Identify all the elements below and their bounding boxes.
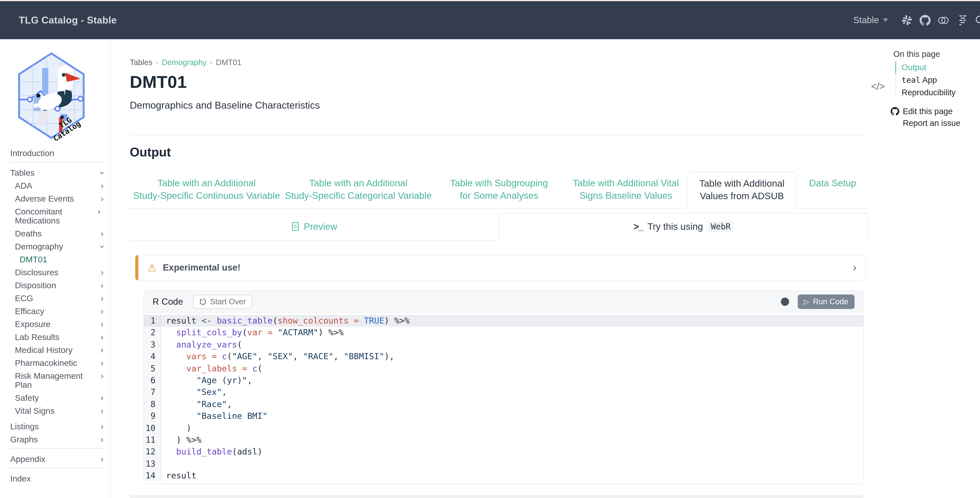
sidebar-item-medical-history[interactable]: Medical History› [0,346,110,355]
breadcrumb-tables[interactable]: Tables [130,58,153,67]
code-row: 14result [144,470,863,482]
tab-label-line: Data Setup [797,177,868,189]
sidebar-item-risk-management-plan[interactable]: Risk Management Plan› [0,372,110,390]
chevron-right-icon: › [100,268,104,277]
tab-preview-label: Preview [304,221,337,232]
toc-link-report-an-issue[interactable]: Report an issue [891,117,980,129]
sidebar-item-introduction[interactable]: Introduction [0,149,110,158]
search-icon[interactable] [975,15,980,26]
source-code-toggle-icon[interactable]: </> [871,80,885,92]
tab-table-with-additional-vital-signs-baseline-values[interactable]: Table with Additional VitalSigns Baselin… [565,172,687,208]
experimental-callout[interactable]: ⚠ Experimental use! › [135,255,866,280]
sidebar-item-lab-results[interactable]: Lab Results› [0,333,110,342]
warning-icon: ⚠ [147,262,157,274]
chevron-down-icon: › [98,245,107,248]
sidebar-item-concomitant-medications[interactable]: Concomitant Medications› [0,207,107,226]
code-row: 3 analyze_vars( [144,339,863,351]
chevron-right-icon: › [100,359,104,368]
toc-item-teal-app[interactable]: teal App [895,74,980,86]
sidebar-item-label: ECG [15,294,33,303]
r-code-title: R Code [153,296,183,307]
preview-webr-tabbar: Preview >_ Try this using WebR [130,213,868,240]
sidebar-item-index[interactable]: Index [0,474,110,484]
changelog-icon[interactable] [956,15,967,26]
sidebar-nav: IntroductionTables›ADA›Adverse Events›Co… [0,149,110,484]
line-number: 8 [144,398,161,410]
toc-item-reproducibility[interactable]: Reproducibility [895,86,980,99]
line-number: 9 [144,410,161,422]
sidebar-item-label: Disposition [15,281,56,290]
chevron-right-icon: › [97,207,101,216]
next-section-edge [130,495,864,498]
version-dropdown[interactable]: Stable [853,15,888,25]
sidebar-item-listings[interactable]: Listings› [0,422,110,431]
code-row: 10 ) [144,422,863,434]
navbar-actions: Stable [853,1,980,39]
line-number: 13 [144,458,161,470]
sidebar-item-label: Tables [10,168,35,178]
sidebar-item-demography[interactable]: Demography› [0,242,110,251]
sidebar-item-dmt01[interactable]: DMT01 [0,255,110,264]
chevron-down-icon [883,18,888,22]
chevron-right-icon: › [100,394,104,403]
code-editor[interactable]: 1result <- basic_table(show_colcounts = … [144,312,863,484]
run-code-button[interactable]: ▷ Run Code [798,294,854,309]
versions-icon[interactable] [938,15,949,26]
toc-list: Outputteal AppReproducibility [895,61,980,99]
tab-label-line: Table with Subgrouping [433,177,565,189]
sidebar-item-exposure[interactable]: Exposure› [0,320,110,329]
tab-table-with-an-additional-study-specific-categorical-variable[interactable]: Table with an AdditionalStudy-Specific C… [283,172,433,208]
line-number: 14 [144,470,161,482]
sidebar-item-tables[interactable]: Tables› [0,169,110,178]
sidebar-item-adverse-events[interactable]: Adverse Events› [0,194,110,204]
tlg-catalog-logo[interactable]: TLG Catalog [13,51,90,140]
chevron-right-icon: › [100,435,104,444]
sidebar-item-ecg[interactable]: ECG› [0,294,110,303]
code-line: "Age (yr)", [161,374,863,387]
tab-table-with-additional-values-from-adsub[interactable]: Table with AdditionalValues from ADSUB [687,172,797,208]
chevron-right-icon: › [100,372,104,381]
tab-try-webr[interactable]: >_ Try this using WebR [499,213,868,240]
sidebar-item-label: Concomitant Medications [15,207,62,226]
sidebar-item-efficacy[interactable]: Efficacy› [0,307,110,316]
sidebar-item-label: Safety [15,393,39,403]
sidebar-item-appendix[interactable]: Appendix› [0,455,110,464]
play-icon: ▷ [804,298,809,305]
code-line: "Baseline BMI" [161,410,863,422]
sidebar-item-graphs[interactable]: Graphs› [0,435,110,444]
sidebar-item-vital-signs[interactable]: Vital Signs› [0,407,110,416]
tab-label-line: Table with Additional [687,177,797,190]
sidebar-item-deaths[interactable]: Deaths› [0,229,110,239]
toc-link-edit-this-page[interactable]: Edit this page [891,105,980,117]
github-icon[interactable] [920,15,931,26]
sidebar-item-label: DMT01 [20,255,47,264]
sidebar: TLG Catalog IntroductionTables›ADA›Adver… [0,39,111,498]
start-over-button[interactable]: Start Over [193,295,252,309]
breadcrumb-demography[interactable]: Demography [162,58,207,67]
line-number: 2 [144,327,161,339]
line-number: 7 [144,387,161,398]
sidebar-item-disclosures[interactable]: Disclosures› [0,268,110,277]
r-code-header: R Code Start Over ▷ Run Code [144,291,863,312]
status-dot [781,298,789,305]
code-row: 11 ) %>% [144,434,863,446]
slack-icon[interactable] [901,15,912,26]
sidebar-item-label: Index [10,474,31,484]
sidebar-item-safety[interactable]: Safety› [0,394,110,403]
app-title: TLG Catalog - Stable [19,14,117,26]
sidebar-item-disposition[interactable]: Disposition› [0,281,110,290]
sidebar-item-label: Pharmacokinetic [15,358,77,368]
line-number: 10 [144,422,161,434]
toc-link-label: Edit this page [903,107,953,116]
code-row: 6 "Age (yr)", [144,374,863,387]
code-row: 12 build_table(adsl) [144,446,863,458]
tab-table-with-subgrouping-for-some-analyses[interactable]: Table with Subgroupingfor Some Analyses [433,172,565,208]
sidebar-item-ada[interactable]: ADA› [0,181,110,191]
tab-data-setup[interactable]: Data Setup [797,172,868,208]
tab-preview[interactable]: Preview [130,213,499,240]
sidebar-item-pharmacokinetic[interactable]: Pharmacokinetic› [0,359,110,368]
tab-label-line: for Some Analyses [433,189,565,202]
callout-text: Experimental use! [163,263,240,273]
tab-table-with-an-additional-study-specific-continuous-variable[interactable]: Table with an AdditionalStudy-Specific C… [130,172,283,208]
toc-item-output[interactable]: Output [895,61,980,74]
